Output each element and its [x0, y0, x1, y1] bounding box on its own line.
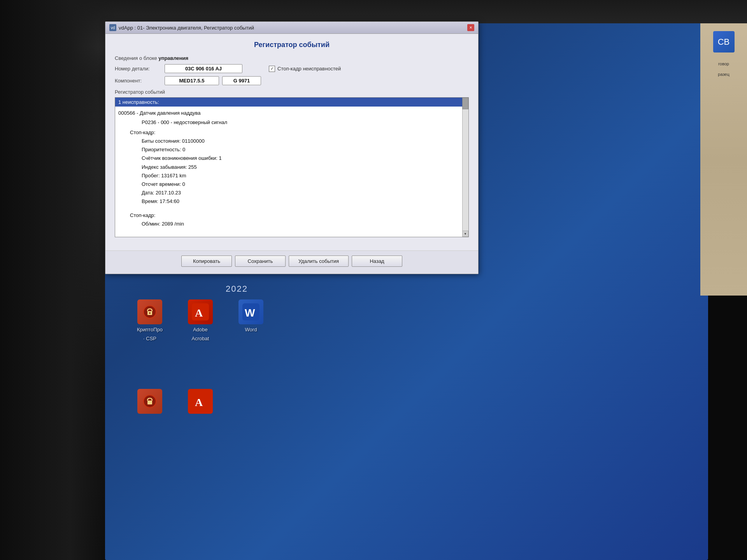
- partial-icon-2: A: [188, 389, 213, 414]
- event-sub-code-line: P0236 - 000 - недостоверный сигнал: [118, 118, 459, 127]
- kryptopro-icon-img: [137, 299, 162, 324]
- right-sidebar: CB говор разец: [700, 23, 747, 296]
- component-row: Компонент: MED17.5.5 G 9971: [115, 76, 469, 85]
- block-info-section: Сведения о блоке управления Номер детали…: [115, 55, 469, 85]
- word-icon-img: W: [238, 299, 263, 324]
- svg-text:W: W: [245, 307, 255, 319]
- title-icon-text: vd: [111, 26, 115, 30]
- title-bar-left: vd vdApp : 01- Электроника двигателя, Ре…: [109, 24, 254, 31]
- scrollbar-thumb[interactable]: [462, 98, 468, 109]
- back-button[interactable]: Назад: [352, 256, 402, 267]
- date-line: Дата: 2017.10.23: [118, 189, 459, 197]
- save-button[interactable]: Сохранить: [235, 256, 286, 267]
- close-button[interactable]: ×: [467, 24, 474, 31]
- checkbox-label: Стоп-кадр неисправностей: [277, 66, 341, 72]
- component-value2-box: G 9971: [222, 76, 261, 85]
- event-list-content: 1 неисправность: 000566 - Датчик давлени…: [115, 98, 468, 231]
- dialog-window: vd vdApp : 01- Электроника двигателя, Ре…: [105, 21, 479, 274]
- desktop-icons-row1: КриптоПро · CSP A Adobe Acrobat W Word: [130, 299, 270, 342]
- word-label: Word: [245, 327, 257, 333]
- adobe-label-line1: Adobe: [193, 327, 208, 333]
- title-bar-icon: vd: [109, 24, 116, 31]
- sidebar-icon-cb[interactable]: CB: [713, 31, 735, 52]
- component-value1-box: MED17.5.5: [165, 76, 219, 85]
- desktop-icon-kryptopro[interactable]: КриптоПро · CSP: [130, 299, 169, 342]
- scrollbar-arrow-down[interactable]: ▼: [462, 231, 468, 237]
- checkbox-row: ✓ Стоп-кадр неисправностей: [269, 66, 341, 72]
- sidebar-label-govor: говор: [718, 61, 729, 66]
- svg-point-2: [149, 312, 151, 314]
- stop-frame-title-1: Стоп-кадр:: [118, 128, 459, 137]
- rpm-line: Об/мин: 2089 /min: [118, 220, 459, 228]
- kryptopro-label-line2: · CSP: [143, 336, 156, 342]
- background-left: [0, 0, 117, 560]
- mileage-line: Пробег: 131671 km: [118, 172, 459, 180]
- block-label-normal: Сведения о блоке: [115, 55, 158, 61]
- part-number-row: Номер детали: 03C 906 016 AJ ✓ Стоп-кадр…: [115, 64, 469, 73]
- button-row: Копировать Сохранить Удалить события Наз…: [105, 250, 478, 274]
- event-code-line: 000566 - Датчик давления наддува: [118, 109, 459, 117]
- event-content: 000566 - Датчик давления наддува P0236 -…: [115, 107, 462, 231]
- stop-frame-title-2: Стоп-кадр:: [118, 211, 459, 220]
- time-line: Время: 17:54:60: [118, 197, 459, 206]
- checkbox-stopframe[interactable]: ✓: [269, 66, 275, 72]
- svg-text:A: A: [195, 307, 203, 319]
- title-bar-text: vdApp : 01- Электроника двигателя, Регис…: [119, 25, 254, 31]
- adobe-icon-img: A: [188, 299, 213, 324]
- desktop-icon-partial2[interactable]: A: [181, 389, 220, 414]
- part-value-box: 03C 906 016 AJ: [165, 64, 242, 73]
- dialog-title: Регистратор событий: [115, 41, 469, 49]
- partial-icon-1: [137, 389, 162, 414]
- dialog-content-area: Регистратор событий Сведения о блоке упр…: [105, 34, 478, 250]
- sidebar-label-cb: CB: [718, 37, 730, 47]
- component-label: Компонент:: [115, 78, 161, 84]
- kryptopro-label-line1: КриптоПро: [137, 327, 163, 333]
- priority-line: Приоритетность: 0: [118, 145, 459, 154]
- adobe-label-line2: Acrobat: [192, 336, 209, 342]
- svg-rect-8: [147, 401, 152, 404]
- block-header-row: Сведения о блоке управления: [115, 55, 469, 61]
- scrollbar[interactable]: ▲ ▼: [462, 98, 468, 237]
- block-label: Сведения о блоке управления: [115, 55, 188, 61]
- desktop-year: 2022: [226, 284, 248, 294]
- sidebar-label-razets: разец: [718, 72, 729, 77]
- error-count-line: Счётчик возникновения ошибки: 1: [118, 154, 459, 163]
- event-section-header: Регистратор событий: [115, 89, 469, 95]
- copy-button[interactable]: Копировать: [181, 256, 232, 267]
- svg-text:A: A: [195, 396, 203, 408]
- delete-events-button[interactable]: Удалить события: [289, 256, 349, 267]
- title-bar: vd vdApp : 01- Электроника двигателя, Ре…: [105, 22, 478, 34]
- forgot-index-line: Индекс забывания: 255: [118, 163, 459, 172]
- event-selected-row[interactable]: 1 неисправность:: [115, 98, 462, 107]
- desktop-icons-row2: A: [130, 389, 220, 414]
- part-label: Номер детали:: [115, 66, 161, 72]
- block-label-bold: управления: [158, 55, 188, 61]
- desktop-icon-word[interactable]: W Word: [231, 299, 270, 333]
- time-count-line: Отсчет времени: 0: [118, 180, 459, 189]
- status-bits-line: Биты состояния: 01100000: [118, 137, 459, 145]
- desktop-icon-adobe[interactable]: A Adobe Acrobat: [181, 299, 220, 342]
- event-list-container[interactable]: 1 неисправность: 000566 - Датчик давлени…: [115, 97, 469, 237]
- desktop-icon-partial1[interactable]: [130, 389, 169, 414]
